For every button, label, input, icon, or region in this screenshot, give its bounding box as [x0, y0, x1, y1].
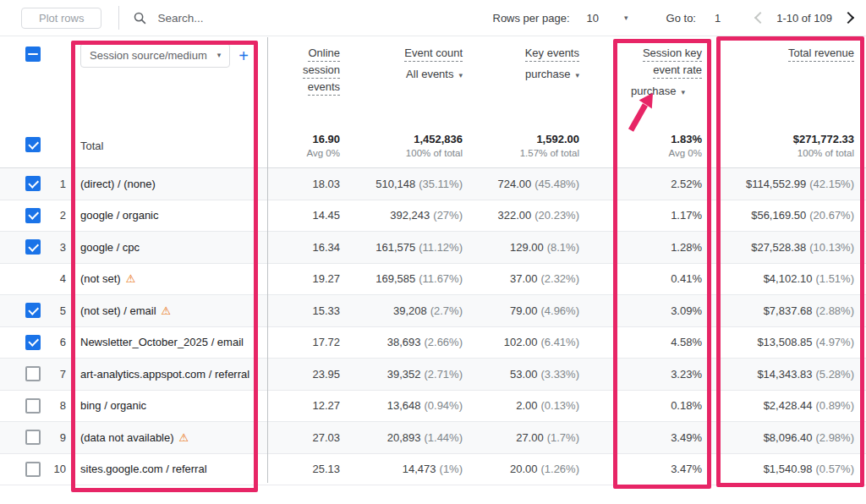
cell-value: 19.27 [312, 272, 340, 285]
row-checkbox[interactable] [25, 176, 41, 191]
previous-page-icon[interactable] [754, 12, 766, 24]
key-events-selector[interactable]: purchase▾ [466, 68, 579, 80]
add-dimension-icon[interactable]: + [238, 47, 249, 64]
column-label[interactable]: Online [308, 47, 340, 62]
cell-percent: (35.11%) [419, 178, 463, 190]
cell-value: $13,508.85 [757, 336, 812, 348]
event-count-cell: 161,575 (11.12%) [343, 232, 466, 263]
search-box [133, 11, 345, 25]
row-checkbox[interactable] [25, 303, 41, 318]
key-events-cell: 102.00 (6.41%) [466, 327, 583, 359]
cell-value: 2.00 [516, 399, 537, 412]
analytics-explorer-table: Plot rows Rows per page: 10 ▾ Go to: 1 1… [0, 0, 866, 504]
warning-icon: ⚠ [126, 272, 136, 285]
row-checkbox[interactable] [25, 239, 41, 255]
revenue-cell: $27,528.38 (10.13%) [705, 232, 858, 263]
cell-percent: (11.67%) [419, 272, 463, 285]
row-checkbox[interactable] [25, 430, 41, 445]
table-row: 5 (not set) / email ⚠ 15.33 39,208 (2.7%… [0, 295, 866, 327]
column-label[interactable]: session [303, 63, 340, 79]
column-label[interactable]: Event count [404, 47, 463, 62]
chevron-down-icon: ▾ [681, 88, 685, 96]
cell-percent: (2.7%) [430, 304, 463, 317]
event-count-cell: 510,148 (35.11%) [343, 168, 466, 200]
session-rate-selector[interactable]: purchase▾ [583, 85, 702, 97]
key-events-cell: 37.00 (2.32%) [466, 264, 583, 295]
column-label[interactable]: Session key [643, 47, 702, 62]
cell-value: 3.47% [671, 463, 702, 475]
total-subtext: 100% of total [406, 148, 463, 158]
next-page-icon[interactable] [842, 12, 854, 24]
chevron-down-icon[interactable]: ▾ [624, 14, 628, 22]
row-number: 3 [44, 232, 68, 263]
event-count-cell: 14,473 (1%) [343, 454, 466, 485]
select-all-checkbox[interactable] [25, 47, 41, 62]
cell-percent: (0.13%) [540, 399, 579, 412]
online-sessions-cell: 15.33 [267, 295, 343, 326]
search-input[interactable] [156, 11, 345, 25]
row-number: 10 [44, 454, 68, 485]
row-number: 6 [44, 327, 68, 359]
cell-value: 161,575 [375, 241, 415, 254]
total-subtext: Avg 0% [307, 148, 340, 158]
cell-percent: (6.41%) [540, 336, 579, 348]
column-divider [267, 37, 268, 483]
key-events-cell: 20.00 (1.26%) [466, 454, 583, 485]
total-row-checkbox[interactable] [25, 137, 41, 152]
event-count-cell: 13,648 (0.94%) [343, 391, 466, 422]
cell-percent: (5.28%) [815, 368, 854, 381]
cell-value: 724.00 [497, 178, 531, 190]
column-label[interactable]: Total revenue [788, 47, 854, 62]
cell-value: 23.95 [312, 368, 340, 381]
dimension-value: (data not available) [80, 431, 174, 444]
cell-percent: (2.66%) [424, 336, 463, 348]
revenue-cell: $7,837.68 (2.88%) [705, 295, 858, 326]
table-row: 7 art-analytics.appspot.com / referral ⚠… [0, 359, 866, 391]
cell-value: 0.18% [671, 399, 702, 412]
cell-percent: (20.23%) [534, 209, 579, 222]
column-label[interactable]: Key events [525, 47, 579, 62]
cell-value: 20,893 [387, 431, 421, 444]
cell-value: 18.03 [312, 178, 340, 190]
online-sessions-cell: 17.72 [267, 327, 343, 359]
column-header-event-count: Event count All events▾ [343, 36, 466, 123]
search-icon [133, 11, 147, 25]
row-checkbox[interactable] [25, 366, 41, 381]
column-label[interactable]: events [308, 80, 340, 96]
toolbar: Plot rows Rows per page: 10 ▾ Go to: 1 1… [0, 0, 866, 36]
event-count-selector[interactable]: All events▾ [343, 68, 463, 80]
key-events-cell: 129.00 (8.1%) [466, 232, 583, 263]
row-checkbox[interactable] [25, 398, 41, 414]
event-count-cell: 38,693 (2.66%) [343, 327, 466, 359]
column-label[interactable]: event rate [653, 63, 702, 79]
online-sessions-cell: 16.34 [267, 232, 343, 263]
row-checkbox[interactable] [25, 335, 41, 350]
cell-value: 39,352 [387, 368, 421, 381]
cell-value: 1.28% [671, 241, 702, 254]
rows-per-page-value[interactable]: 10 [587, 12, 599, 25]
dimension-value: google / organic [80, 209, 159, 222]
table-row: 4 (not set) ⚠ 19.27 169,585 (11.67%) 37.… [0, 264, 866, 296]
row-number: 4 [44, 264, 68, 295]
cell-value: 38,693 [387, 336, 421, 348]
cell-value: 1.17% [671, 209, 702, 222]
row-checkbox[interactable] [25, 208, 41, 223]
cell-percent: (2.71%) [424, 368, 463, 381]
dimension-value: (not set) / email [80, 304, 156, 317]
cell-value: $7,837.68 [764, 304, 813, 317]
cell-value: 322.00 [497, 209, 531, 222]
dimension-value: (not set) [80, 272, 121, 285]
cell-percent: (11.12%) [419, 241, 463, 254]
online-sessions-cell: 23.95 [267, 359, 343, 390]
total-event-count-cell: 1,452,836 100% of total [343, 123, 466, 167]
row-checkbox[interactable] [25, 462, 41, 477]
online-sessions-cell: 25.13 [267, 454, 343, 485]
dimension-value: google / cpc [80, 241, 140, 254]
go-to-input[interactable]: 1 [715, 12, 721, 25]
dimension-selector[interactable]: Session source/medium ▾ [80, 43, 230, 68]
plot-rows-button[interactable]: Plot rows [21, 8, 101, 29]
online-sessions-cell: 12.27 [267, 391, 343, 422]
cell-value: 102.00 [504, 336, 538, 348]
revenue-cell: $13,508.85 (4.97%) [705, 327, 858, 359]
column-header-session-key-event-rate: Session key event rate purchase▾ [583, 36, 705, 123]
